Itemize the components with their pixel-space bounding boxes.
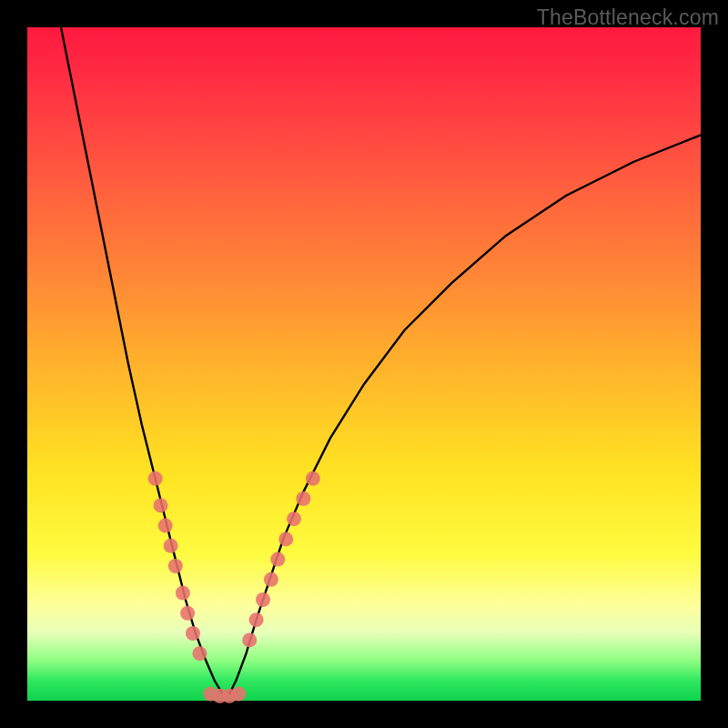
data-point: [158, 519, 173, 533]
data-point: [278, 531, 293, 546]
curve-left: [61, 27, 223, 694]
data-point: [231, 687, 246, 702]
data-point: [176, 586, 190, 601]
curve-svg: [27, 27, 701, 701]
dots-right-branch: [242, 471, 320, 648]
data-point: [296, 491, 310, 506]
data-point: [154, 498, 168, 512]
plot-area: [27, 27, 701, 701]
watermark-text: TheBottleneck.com: [537, 5, 719, 30]
data-point: [264, 572, 278, 587]
data-point: [164, 539, 178, 553]
dots-left-branch: [148, 471, 207, 661]
curve-right: [229, 135, 701, 693]
data-point: [148, 471, 163, 486]
dots-valley: [203, 687, 246, 703]
data-point: [270, 552, 285, 567]
data-point: [242, 632, 257, 647]
chart-frame: TheBottleneck.com: [0, 0, 728, 728]
data-point: [180, 606, 195, 621]
data-point: [249, 612, 264, 627]
data-point: [192, 646, 207, 661]
data-point: [168, 559, 183, 573]
data-point: [186, 626, 200, 641]
data-point: [306, 471, 320, 486]
data-point: [287, 511, 301, 526]
data-point: [256, 592, 270, 607]
